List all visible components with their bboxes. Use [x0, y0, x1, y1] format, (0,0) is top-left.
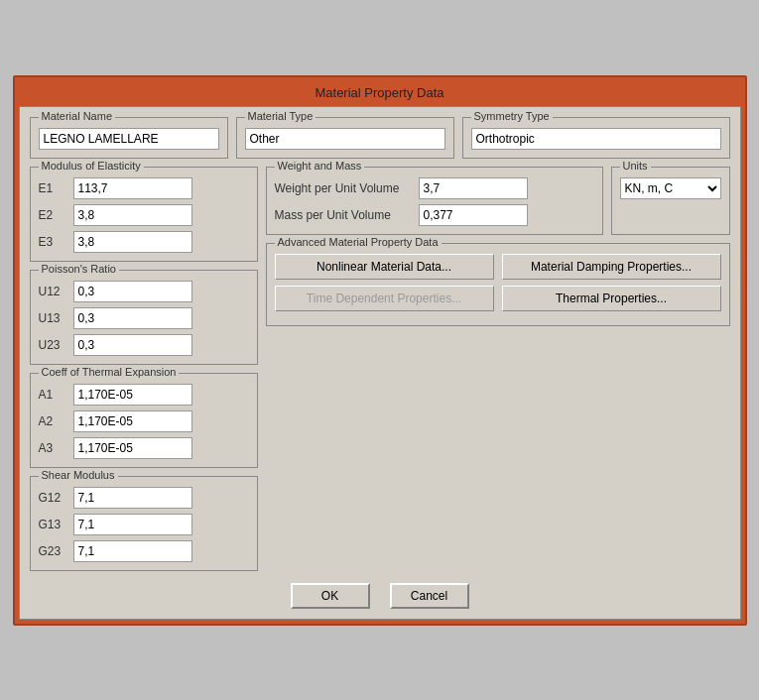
- g23-label: G23: [39, 544, 73, 558]
- symmetry-type-legend: Symmetry Type: [471, 110, 553, 122]
- modulus-group: Modulus of Elasticity E1 E2 E3: [30, 167, 258, 262]
- symmetry-type-group: Symmetry Type: [462, 117, 730, 159]
- main-content: Modulus of Elasticity E1 E2 E3: [30, 167, 730, 571]
- e1-row: E1: [39, 177, 249, 199]
- g23-input[interactable]: [73, 540, 192, 562]
- right-col: Weight and Mass Weight per Unit Volume M…: [266, 167, 730, 571]
- g13-row: G13: [39, 514, 249, 535]
- dialog-inner: Material Name Material Type Symmetry Typ…: [19, 106, 741, 620]
- coeff-thermal-legend: Coeff of Thermal Expansion: [39, 366, 180, 378]
- a3-input[interactable]: [73, 437, 192, 459]
- a2-label: A2: [39, 414, 73, 428]
- advanced-group: Advanced Material Property Data Nonlinea…: [266, 243, 730, 326]
- time-dependent-button: Time Dependent Properties...: [275, 286, 494, 311]
- dialog: Material Property Data Material Name Mat…: [13, 75, 747, 626]
- g13-label: G13: [39, 518, 73, 531]
- a1-label: A1: [39, 388, 73, 402]
- e1-input[interactable]: [73, 177, 192, 199]
- e3-label: E3: [39, 235, 73, 249]
- a3-row: A3: [39, 437, 249, 459]
- g12-label: G12: [39, 491, 73, 505]
- g13-input[interactable]: [73, 514, 192, 535]
- a2-row: A2: [39, 410, 249, 432]
- nonlinear-material-button[interactable]: Nonlinear Material Data...: [275, 254, 494, 280]
- weight-mass-group: Weight and Mass Weight per Unit Volume M…: [266, 167, 603, 235]
- u23-row: U23: [39, 334, 249, 356]
- u13-input[interactable]: [73, 307, 192, 329]
- mass-per-volume-label: Mass per Unit Volume: [275, 208, 419, 222]
- symmetry-type-input[interactable]: [471, 128, 721, 150]
- ok-button[interactable]: OK: [291, 583, 370, 609]
- advanced-btn-row-2: Time Dependent Properties... Thermal Pro…: [275, 286, 721, 311]
- weight-per-volume-input[interactable]: [419, 177, 528, 199]
- poissons-group: Poisson's Ratio U12 U13 U23: [30, 270, 258, 365]
- u23-input[interactable]: [73, 334, 192, 356]
- units-legend: Units: [620, 160, 651, 172]
- g23-row: G23: [39, 540, 249, 562]
- top-row: Material Name Material Type Symmetry Typ…: [30, 117, 730, 159]
- mass-per-volume-input[interactable]: [419, 204, 528, 226]
- weight-per-volume-label: Weight per Unit Volume: [275, 181, 419, 195]
- shear-modulus-group: Shear Modulus G12 G13 G23: [30, 476, 258, 571]
- weight-mass-legend: Weight and Mass: [275, 160, 365, 172]
- e2-input[interactable]: [73, 204, 192, 226]
- e1-label: E1: [39, 181, 73, 195]
- dialog-title: Material Property Data: [19, 81, 741, 106]
- shear-modulus-legend: Shear Modulus: [39, 469, 118, 481]
- cancel-button[interactable]: Cancel: [390, 583, 469, 609]
- u13-label: U13: [39, 311, 73, 325]
- u23-label: U23: [39, 338, 73, 352]
- bottom-buttons: OK Cancel: [30, 583, 730, 609]
- g12-row: G12: [39, 487, 249, 509]
- u12-input[interactable]: [73, 281, 192, 302]
- thermal-properties-button[interactable]: Thermal Properties...: [502, 286, 721, 311]
- g12-input[interactable]: [73, 487, 192, 509]
- weight-per-volume-row: Weight per Unit Volume: [275, 177, 594, 199]
- e2-row: E2: [39, 204, 249, 226]
- e3-input[interactable]: [73, 231, 192, 253]
- material-type-group: Material Type: [236, 117, 454, 159]
- poissons-legend: Poisson's Ratio: [39, 263, 119, 275]
- a1-input[interactable]: [73, 384, 192, 406]
- modulus-legend: Modulus of Elasticity: [39, 160, 144, 172]
- e2-label: E2: [39, 208, 73, 222]
- e3-row: E3: [39, 231, 249, 253]
- material-name-group: Material Name: [30, 117, 228, 159]
- weight-units-row: Weight and Mass Weight per Unit Volume M…: [266, 167, 730, 235]
- advanced-legend: Advanced Material Property Data: [275, 236, 442, 248]
- material-type-legend: Material Type: [245, 110, 316, 122]
- units-select[interactable]: KN, m, C KN, cm, C N, mm, C: [620, 177, 721, 199]
- advanced-btn-row-1: Nonlinear Material Data... Material Damp…: [275, 254, 721, 280]
- left-col: Modulus of Elasticity E1 E2 E3: [30, 167, 258, 571]
- coeff-thermal-group: Coeff of Thermal Expansion A1 A2 A3: [30, 373, 258, 468]
- material-name-legend: Material Name: [39, 110, 116, 122]
- a1-row: A1: [39, 384, 249, 406]
- a3-label: A3: [39, 441, 73, 455]
- material-type-input[interactable]: [245, 128, 445, 150]
- material-damping-button[interactable]: Material Damping Properties...: [502, 254, 721, 280]
- u13-row: U13: [39, 307, 249, 329]
- material-name-input[interactable]: [39, 128, 219, 150]
- u12-row: U12: [39, 281, 249, 302]
- units-group: Units KN, m, C KN, cm, C N, mm, C: [611, 167, 730, 235]
- u12-label: U12: [39, 285, 73, 298]
- a2-input[interactable]: [73, 410, 192, 432]
- mass-per-volume-row: Mass per Unit Volume: [275, 204, 594, 226]
